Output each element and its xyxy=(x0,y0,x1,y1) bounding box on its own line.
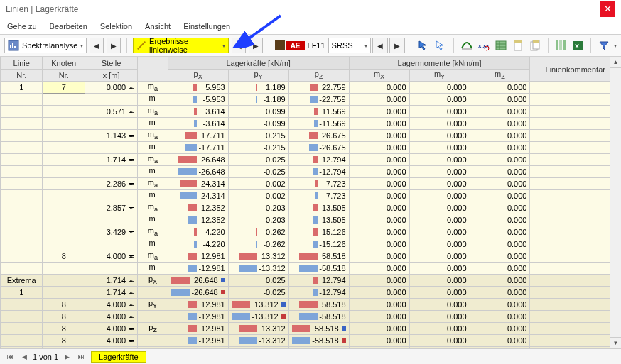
cell-pz: -12.794 xyxy=(288,287,349,299)
cell-mz: 0.000 xyxy=(470,335,530,347)
header-linie[interactable]: Linie xyxy=(1,57,43,70)
pages-icon[interactable] xyxy=(528,38,542,53)
cell-comment xyxy=(530,94,621,106)
precision-icon[interactable]: x.xx xyxy=(477,38,491,53)
header-knoten[interactable]: Knoten xyxy=(43,57,85,70)
table-row[interactable]: 84.000 ≖pY12.98113.31258.5180.0000.0000.… xyxy=(1,299,621,311)
analysis-dropdown[interactable]: Spektralanalyse ▾ xyxy=(4,38,87,53)
table-row[interactable]: 1.714 ≖ma26.6480.02512.7940.0000.0000.00… xyxy=(1,154,621,166)
header-mx[interactable]: mX xyxy=(349,70,409,82)
loadcase-group: AE LF11 SRSS ▾ ◀ ▶ xyxy=(275,38,405,53)
table-row[interactable]: 84.000 ≖-12.981-13.312-58.5180.0000.0000… xyxy=(1,311,621,323)
cell-py: -13.312 xyxy=(228,263,288,275)
combo-dropdown[interactable]: SRSS ▾ xyxy=(328,38,371,53)
cell-px: -26.648 xyxy=(168,287,228,299)
table-row[interactable]: 170.000 ≖ma5.9531.18922.7590.0000.0000.0… xyxy=(1,82,621,94)
page-first-button[interactable]: ⏮ xyxy=(4,351,16,363)
table-row[interactable]: 0.571 ≖ma3.6140.09911.5690.0000.0000.000 xyxy=(1,106,621,118)
cell-knoten xyxy=(43,214,85,226)
table-row[interactable]: 84.000 ≖-12.981-13.312-58.5180.0000.0000… xyxy=(1,335,621,347)
page-prev-button[interactable]: ◀ xyxy=(18,351,30,363)
table-row[interactable]: Extrema1.714 ≖pX26.6480.02512.7940.0000.… xyxy=(1,275,621,287)
cell-comment xyxy=(530,130,621,142)
filter-chevron-icon[interactable]: ▾ xyxy=(614,43,617,49)
select-arrow-icon[interactable] xyxy=(417,38,431,53)
results-next-button[interactable]: ▶ xyxy=(249,38,263,53)
header-py[interactable]: pY xyxy=(228,70,288,82)
cell-linie: 1 xyxy=(1,287,43,299)
header-mz[interactable]: mZ xyxy=(470,70,530,82)
menu-ansicht[interactable]: Ansicht xyxy=(145,22,171,31)
header-stelle[interactable]: Stelle xyxy=(85,57,137,70)
cell-stelle xyxy=(85,190,137,202)
results-mode-dropdown[interactable]: Ergebnisse linienweise ▾ xyxy=(133,38,229,53)
cell-my: 0.000 xyxy=(409,118,470,130)
analysis-next-button[interactable]: ▶ xyxy=(107,38,121,53)
header-my[interactable]: mY xyxy=(409,70,470,82)
cell-stelle xyxy=(85,142,137,154)
moment-diagram-icon[interactable] xyxy=(460,38,474,53)
table-row[interactable]: mi-24.314-0.002-7.7230.0000.0000.000 xyxy=(1,190,621,202)
header-knoten-nr[interactable]: Nr. xyxy=(43,70,85,82)
header-stelle-x[interactable]: x [m] xyxy=(85,70,137,82)
table-row[interactable]: 84.000 ≖pZ12.98113.31258.5180.0000.0000.… xyxy=(1,323,621,335)
menu-gehe-zu[interactable]: Gehe zu xyxy=(7,22,37,31)
header-lagerkraefte[interactable]: Lagerkräfte [kN/m] xyxy=(168,57,349,70)
filter-icon[interactable] xyxy=(597,38,611,53)
lc-next-button[interactable]: ▶ xyxy=(389,38,405,53)
table-view-icon[interactable] xyxy=(494,38,508,53)
cell-px: -26.648 xyxy=(168,166,228,178)
analysis-prev-button[interactable]: ◀ xyxy=(90,38,104,53)
columns-icon[interactable] xyxy=(554,38,568,53)
menu-selektion[interactable]: Selektion xyxy=(100,22,132,31)
excel-export-icon[interactable]: X xyxy=(571,38,585,53)
table-row[interactable]: mi-12.981-13.312-58.5180.0000.0000.000 xyxy=(1,263,621,275)
menu-bearbeiten[interactable]: Bearbeiten xyxy=(50,22,87,31)
scroll-down-icon[interactable]: ▼ xyxy=(610,337,621,348)
table-row[interactable]: mi-12.352-0.203-13.5050.0000.0000.000 xyxy=(1,214,621,226)
cell-linie xyxy=(1,323,43,335)
header-linie-nr[interactable]: Nr. xyxy=(1,70,43,82)
table-row[interactable]: 1.143 ≖ma17.7110.21526.6750.0000.0000.00… xyxy=(1,130,621,142)
cell-px: 5.953 xyxy=(168,82,228,94)
header-lagermomente[interactable]: Lagermomente [kNm/m] xyxy=(349,57,530,70)
svg-line-5 xyxy=(138,42,146,50)
header-pz[interactable]: pZ xyxy=(288,70,349,82)
cell-mx: 0.000 xyxy=(349,250,409,263)
page-icon[interactable] xyxy=(511,38,525,53)
header-kommentar[interactable]: Linienkommentar xyxy=(530,57,621,82)
cell-mm xyxy=(138,287,168,299)
page-last-button[interactable]: ⏭ xyxy=(75,351,87,363)
scroll-up-icon[interactable]: ▲ xyxy=(610,57,621,68)
select-arrow-alt-icon[interactable] xyxy=(433,38,448,53)
cell-comment xyxy=(530,226,621,238)
close-button[interactable]: ✕ xyxy=(600,1,615,17)
table-row[interactable]: 2.286 ≖ma24.3140.0027.7230.0000.0000.000 xyxy=(1,178,621,190)
cell-stelle: 2.857 ≖ xyxy=(85,202,137,214)
cell-my: 0.000 xyxy=(409,287,470,299)
vertical-scrollbar[interactable]: ▲ ▼ xyxy=(610,57,621,348)
page-next-button[interactable]: ▶ xyxy=(61,351,72,363)
cell-knoten[interactable]: 7 xyxy=(43,82,85,94)
table-row[interactable]: 11.714 ≖-26.648-0.025-12.7940.0000.0000.… xyxy=(1,287,621,299)
results-prev-button[interactable]: ◀ xyxy=(232,38,246,53)
cell-mx: 0.000 xyxy=(349,214,409,226)
table-row[interactable]: mi-17.711-0.215-26.6750.0000.0000.000 xyxy=(1,142,621,154)
table-row[interactable]: 84.000 ≖ma12.98113.31258.5180.0000.0000.… xyxy=(1,250,621,263)
cell-pz: -26.675 xyxy=(288,142,349,154)
cell-my: 0.000 xyxy=(409,263,470,275)
cell-mz: 0.000 xyxy=(470,142,530,154)
table-row[interactable]: mi-3.614-0.099-11.5690.0000.0000.000 xyxy=(1,118,621,130)
table-row[interactable]: mi-5.953-1.189-22.7590.0000.0000.000 xyxy=(1,94,621,106)
cell-mm: mi xyxy=(138,118,168,130)
lc-prev-button[interactable]: ◀ xyxy=(372,38,388,53)
table-row[interactable]: mi-4.220-0.262-15.1260.0000.0000.000 xyxy=(1,238,621,250)
statusbar: ⏮ ◀ 1 von 1 ▶ ⏭ Lagerkräfte xyxy=(0,348,621,364)
table-row[interactable]: mi-26.648-0.025-12.7940.0000.0000.000 xyxy=(1,166,621,178)
sheet-tab[interactable]: Lagerkräfte xyxy=(91,351,146,363)
header-px[interactable]: pX xyxy=(168,70,228,82)
table-row[interactable]: 2.857 ≖ma12.3520.20313.5050.0000.0000.00… xyxy=(1,202,621,214)
menu-einstellungen[interactable]: Einstellungen xyxy=(183,22,230,31)
cell-pz: 58.518 xyxy=(288,299,349,311)
table-row[interactable]: 3.429 ≖ma4.2200.26215.1260.0000.0000.000 xyxy=(1,226,621,238)
